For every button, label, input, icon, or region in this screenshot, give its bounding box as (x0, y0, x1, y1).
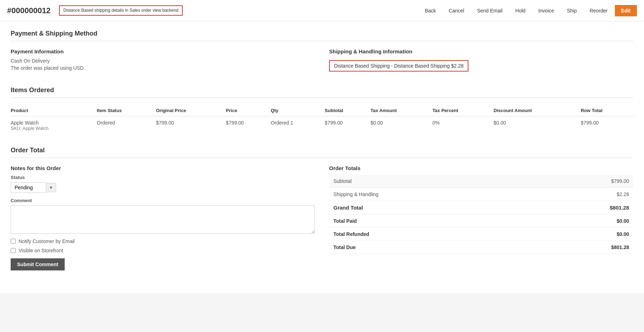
col-qty: Qty (271, 105, 325, 116)
order-totals-title: Order Totals (329, 165, 633, 171)
hold-button[interactable]: Hold (510, 5, 531, 16)
back-button[interactable]: Back (419, 5, 441, 16)
header-actions: Back Cancel Send Email Hold Invoice Ship… (419, 5, 637, 16)
product-name: Apple Watch (11, 120, 93, 126)
total-paid-label: Total Paid (329, 215, 530, 228)
total-paid-row: Total Paid $0.00 (329, 215, 633, 228)
subtotal-cell: $799.00 (325, 116, 371, 133)
visible-checkbox-row: Visible on Storefront (11, 248, 315, 253)
total-refunded-label: Total Refunded (329, 228, 530, 241)
edit-button[interactable]: Edit (615, 5, 637, 16)
payment-shipping-columns: Payment Information Cash On Delivery The… (11, 48, 633, 72)
items-table: Product Item Status Original Price Price… (11, 105, 633, 132)
payment-info-col: Payment Information Cash On Delivery The… (11, 48, 315, 72)
items-table-header: Product Item Status Original Price Price… (11, 105, 633, 116)
payment-note: The order was placed using USD. (11, 65, 315, 71)
reorder-button[interactable]: Reorder (584, 5, 613, 16)
submit-comment-button[interactable]: Submit Comment (11, 258, 65, 270)
col-tax-percent: Tax Percent (433, 105, 494, 116)
notify-checkbox[interactable] (11, 239, 16, 244)
status-label: Status (11, 175, 315, 180)
shipping-info-col: Shipping & Handling Information Distance… (329, 48, 633, 72)
product-sku: SKU: Apple Watch (11, 126, 93, 131)
shipping-method-highlight: Distance Based Shipping - Distance Based… (329, 60, 468, 72)
totals-col: Order Totals Subtotal $799.00 Shipping &… (329, 165, 633, 254)
total-due-value: $801.28 (530, 241, 633, 254)
col-original-price: Original Price (156, 105, 226, 116)
shipping-handling-row: Shipping & Handling $2.28 (329, 188, 633, 201)
main-content: Payment & Shipping Method Payment Inform… (0, 21, 644, 293)
col-discount-amount: Discount Amount (494, 105, 581, 116)
visible-label: Visible on Storefront (18, 248, 63, 253)
order-total-section: Order Total Notes for this Order Status … (11, 147, 633, 270)
items-ordered-section: Items Ordered Product Item Status Origin… (11, 86, 633, 132)
col-product: Product (11, 105, 97, 116)
payment-shipping-title: Payment & Shipping Method (11, 30, 633, 41)
original-price-cell: $799.00 (156, 116, 226, 133)
grand-total-row: Grand Total $801.28 (329, 201, 633, 215)
total-paid-value: $0.00 (530, 215, 633, 228)
item-status-cell: Ordered (97, 116, 156, 133)
order-id: #000000012 (7, 6, 50, 15)
payment-method: Cash On Delivery (11, 58, 315, 64)
discount-amount-cell: $0.00 (494, 116, 581, 133)
comment-textarea[interactable] (11, 205, 315, 234)
send-email-button[interactable]: Send Email (471, 5, 508, 16)
ship-button[interactable]: Ship (561, 5, 583, 16)
order-totals-table: Subtotal $799.00 Shipping & Handling $2.… (329, 175, 633, 254)
col-row-total: Row Total (581, 105, 633, 116)
qty-cell: Ordered 1 (271, 116, 325, 133)
notes-title: Notes for this Order (11, 165, 315, 171)
tax-amount-cell: $0.00 (371, 116, 433, 133)
invoice-button[interactable]: Invoice (533, 5, 560, 16)
product-name-cell: Apple Watch SKU: Apple Watch (11, 116, 97, 133)
col-tax-amount: Tax Amount (371, 105, 433, 116)
page-header: #000000012 Distance Based shipping detai… (0, 0, 644, 21)
total-due-label: Total Due (329, 241, 530, 254)
visible-checkbox[interactable] (11, 248, 16, 253)
col-item-status: Item Status (97, 105, 156, 116)
shipping-method-text: Distance Based Shipping - Distance Based… (334, 63, 450, 69)
highlight-tooltip: Distance Based shipping details in Sales… (59, 5, 183, 16)
status-select-wrap: Pending Processing Complete Cancelled Cl… (11, 182, 315, 193)
total-refunded-value: $0.00 (530, 228, 633, 241)
subtotal-value: $799.00 (530, 175, 633, 188)
table-row: Apple Watch SKU: Apple Watch Ordered $79… (11, 116, 633, 133)
total-refunded-row: Total Refunded $0.00 (329, 228, 633, 241)
row-total-cell: $799.00 (581, 116, 633, 133)
order-total-title: Order Total (11, 147, 633, 158)
subtotal-row: Subtotal $799.00 (329, 175, 633, 188)
shipping-price: $2.28 (451, 63, 463, 69)
shipping-info-label: Shipping & Handling Information (329, 48, 633, 54)
select-arrow-icon: ▼ (46, 183, 56, 192)
subtotal-label: Subtotal (329, 175, 530, 188)
notify-checkbox-row: Notify Customer by Email (11, 238, 315, 244)
status-select[interactable]: Pending Processing Complete Cancelled Cl… (11, 182, 46, 193)
col-price: Price (226, 105, 271, 116)
order-total-grid: Notes for this Order Status Pending Proc… (11, 165, 633, 270)
payment-info-label: Payment Information (11, 48, 315, 54)
comment-label: Comment (11, 198, 315, 203)
cancel-button[interactable]: Cancel (443, 5, 470, 16)
shipping-handling-label: Shipping & Handling (329, 188, 530, 201)
notify-label: Notify Customer by Email (18, 238, 75, 244)
grand-total-value: $801.28 (530, 201, 633, 215)
tax-percent-cell: 0% (433, 116, 494, 133)
col-subtotal: Subtotal (325, 105, 371, 116)
grand-total-label: Grand Total (329, 201, 530, 215)
items-ordered-title: Items Ordered (11, 86, 633, 98)
price-cell: $799.00 (226, 116, 271, 133)
total-due-row: Total Due $801.28 (329, 241, 633, 254)
notes-col: Notes for this Order Status Pending Proc… (11, 165, 315, 270)
shipping-handling-value: $2.28 (530, 188, 633, 201)
